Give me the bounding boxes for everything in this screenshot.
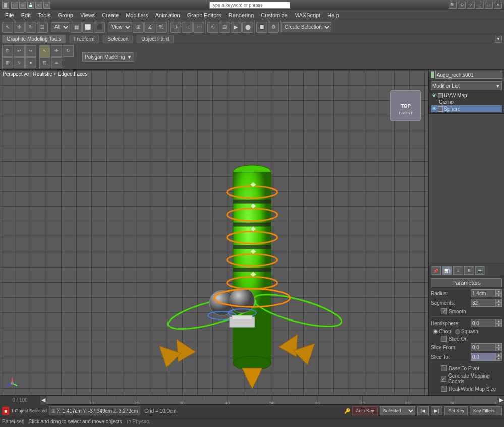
slice-from-down[interactable]: ▼ (496, 347, 502, 351)
st-btn-5[interactable]: ∿ (14, 57, 25, 68)
tab-dots[interactable]: ⠿ (464, 266, 474, 275)
tab-pin[interactable]: 📌 (431, 266, 441, 275)
rotate-tool[interactable]: ↻ (25, 22, 36, 33)
squash-radio[interactable]: Squash (455, 329, 478, 334)
menu-tools[interactable]: Tools (35, 11, 54, 19)
polygon-modeling-dropdown[interactable]: Polygon Modeling ▼ (82, 52, 134, 62)
curve-editor[interactable]: ∿ (207, 22, 218, 33)
object-color-swatch[interactable]: □ (431, 71, 434, 78)
slice-to-spinner[interactable]: ▲ ▼ (496, 353, 502, 361)
menu-rendering[interactable]: Rendering (226, 11, 257, 19)
modifier-sphere[interactable]: 👁 Sphere (431, 105, 502, 112)
menu-modifiers[interactable]: Modifiers (123, 11, 151, 19)
slice-from-up[interactable]: ▲ (496, 343, 502, 347)
set-key-button[interactable]: Set Key (444, 406, 468, 415)
rect-select[interactable]: ⬜ (82, 22, 93, 33)
timeline-track[interactable]: 0 10 20 30 40 50 60 70 80 90 100 (46, 396, 498, 404)
dope-sheet[interactable]: ⊟ (219, 22, 230, 33)
gen-mapping-checkbox[interactable]: ✓ (441, 376, 446, 382)
segments-spinner[interactable]: ▲ ▼ (496, 299, 502, 307)
menu-views[interactable]: Views (77, 11, 98, 19)
open-icon[interactable]: ⊡ (19, 2, 26, 9)
hemisphere-down[interactable]: ▼ (496, 323, 502, 327)
real-world-checkbox[interactable] (441, 386, 447, 392)
slice-from-value[interactable]: 0,0 (471, 343, 496, 351)
tab-camera[interactable]: 📷 (475, 266, 485, 275)
freeform-tab[interactable]: Freeform (70, 35, 99, 43)
slice-to-down[interactable]: ▼ (496, 357, 502, 361)
radius-value[interactable]: 1,4cm (471, 289, 496, 297)
visibility-eye[interactable]: 👁 (432, 93, 437, 98)
segments-down[interactable]: ▼ (496, 303, 502, 307)
settings-icon[interactable]: ⚙ (458, 2, 466, 9)
menu-maxscript[interactable]: MAXScript (291, 11, 323, 19)
auto-key-button[interactable]: Auto Key (352, 406, 378, 415)
object-paint-tab[interactable]: Object Paint (137, 35, 173, 43)
radius-up[interactable]: ▲ (496, 289, 502, 293)
select-tool[interactable]: ↖ (2, 22, 13, 33)
smooth-checkbox[interactable]: ✓ (441, 308, 447, 314)
squash-radio-dot[interactable] (455, 329, 460, 334)
create-selection-set[interactable]: Create Selection Se (281, 22, 331, 32)
st-btn-8[interactable]: ≡ (51, 57, 62, 68)
viewport[interactable]: Perspective | Realistic + Edged Faces (0, 70, 428, 395)
st-btn-7[interactable]: ⊟ (39, 57, 50, 68)
tab-lines[interactable]: ≡ (453, 266, 463, 275)
visibility-eye-2[interactable]: 👁 (432, 106, 437, 112)
chop-radio-dot[interactable] (433, 329, 438, 334)
st-move-btn[interactable]: ✛ (51, 45, 62, 57)
modifier-gizmo[interactable]: Gizmo (431, 99, 502, 105)
move-tool[interactable]: ✛ (14, 22, 25, 33)
new-icon[interactable]: □ (11, 2, 18, 9)
menu-edit[interactable]: Edit (18, 11, 34, 19)
slice-to-up[interactable]: ▲ (496, 353, 502, 357)
scale-tool[interactable]: ⊡ (37, 22, 48, 33)
object-name-input[interactable] (435, 71, 502, 79)
menu-animation[interactable]: Animation (152, 11, 183, 19)
st-btn-1[interactable]: ⊡ (2, 45, 13, 57)
st-btn-4[interactable]: ⊞ (2, 57, 13, 68)
material-editor[interactable]: ⬤ (242, 22, 253, 33)
search-input[interactable] (209, 2, 290, 9)
next-frame-button[interactable]: ▶| (431, 406, 442, 415)
help-icon[interactable]: ? (467, 2, 475, 9)
angle-snap[interactable]: ∡ (144, 22, 155, 33)
maximize-button[interactable]: □ (485, 2, 493, 9)
hemisphere-value[interactable]: 0,0 (471, 319, 496, 327)
graphite-tools-tab[interactable]: Graphite Modeling Tools (2, 35, 66, 43)
select-by-name[interactable]: ▦ (71, 22, 82, 33)
hemisphere-spinner[interactable]: ▲ ▼ (496, 319, 502, 327)
segments-up[interactable]: ▲ (496, 299, 502, 303)
graphite-options[interactable]: ▼ (495, 36, 502, 43)
align-tool[interactable]: ⊣ (182, 22, 193, 33)
prev-frame-button[interactable]: |◀ (417, 406, 429, 415)
render-settings[interactable]: ⚙ (268, 22, 279, 33)
slice-on-checkbox[interactable] (441, 336, 447, 342)
timeline-left-arrow[interactable]: ◀ (40, 396, 46, 405)
slice-to-value[interactable]: 0,0 (471, 353, 496, 361)
st-btn-6[interactable]: ● (25, 57, 36, 68)
view-select[interactable]: View (108, 22, 132, 32)
minimize-button[interactable]: _ (476, 2, 484, 9)
snap-btn[interactable]: ⊞ (133, 22, 144, 33)
quick-render[interactable]: 🔲 (256, 22, 267, 33)
selection-tab[interactable]: Selection (103, 35, 133, 43)
chop-radio[interactable]: Chop (433, 329, 451, 334)
st-select-btn[interactable]: ↖ (39, 45, 50, 57)
save-icon[interactable]: 💾 (27, 2, 34, 9)
modifier-list-dropdown[interactable]: Modifier List ▼ (431, 81, 502, 90)
layer-tool[interactable]: ≡ (193, 22, 204, 33)
menu-customize[interactable]: Customize (258, 11, 290, 19)
mirror-tool[interactable]: ⊣⊢ (170, 22, 181, 33)
slice-from-spinner[interactable]: ▲ ▼ (496, 343, 502, 351)
menu-group[interactable]: Group (54, 11, 76, 19)
redo-icon[interactable]: ↪ (43, 2, 50, 9)
modifier-uvw-map[interactable]: 👁 UVW Map (431, 92, 502, 99)
segments-value[interactable]: 32 (471, 299, 496, 307)
st-btn-2[interactable]: ↩ (14, 45, 25, 57)
render-btn[interactable]: ▶ (231, 22, 242, 33)
percent-snap[interactable]: % (156, 22, 167, 33)
tab-graph[interactable]: 📊 (442, 266, 452, 275)
st-btn-3[interactable]: ↪ (25, 45, 36, 57)
menu-file[interactable]: File (2, 11, 17, 19)
